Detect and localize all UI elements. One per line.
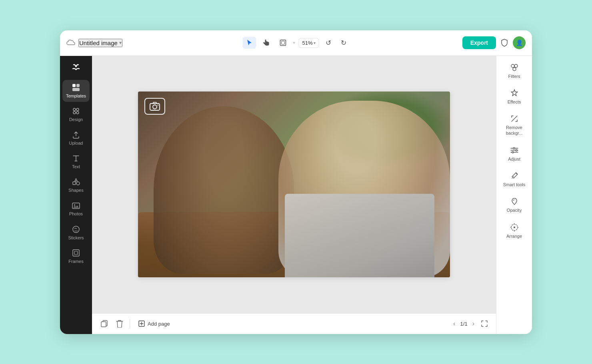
svg-point-8 [76, 111, 79, 114]
canvas-image [138, 91, 450, 277]
page-indicator: 1/1 [460, 321, 468, 327]
frame-tool-button[interactable] [276, 37, 290, 49]
sidebar-item-label-frames: Frames [68, 259, 83, 264]
sidebar-item-design[interactable]: Design [62, 103, 90, 125]
sidebar-item-label-stickers: Stickers [68, 235, 84, 241]
duplicate-page-button[interactable] [98, 318, 110, 329]
svg-rect-19 [101, 322, 106, 327]
sidebar-item-label-photos: Photos [69, 211, 83, 217]
svg-rect-1 [281, 41, 284, 44]
svg-point-28 [514, 227, 515, 228]
sidebar-item-text[interactable]: Text [62, 151, 90, 173]
frames-icon [72, 249, 80, 257]
zoom-level-text: 51% [302, 40, 312, 46]
sidebar-item-label-upload: Upload [69, 141, 83, 146]
bottom-bar-divider [130, 319, 130, 328]
canvas-bottom-bar: Add page ‹ 1/1 › [92, 313, 496, 334]
svg-point-24 [513, 147, 515, 149]
photos-icon [72, 201, 80, 210]
right-tool-arrange[interactable]: Arrange [499, 219, 530, 243]
svg-point-17 [153, 105, 157, 109]
project-title-button[interactable]: Untitled image ▾ [78, 39, 122, 47]
sidebar-item-photos[interactable]: Photos [62, 198, 90, 220]
right-tool-effects[interactable]: Effects [499, 85, 530, 109]
sidebar-item-label-templates: Templates [66, 93, 86, 99]
undo-icon: ↺ [326, 39, 331, 47]
cloud-save-icon [66, 39, 75, 46]
toolbar-divider: ▾ [293, 40, 295, 46]
svg-rect-3 [76, 84, 80, 87]
delete-page-button[interactable] [114, 318, 125, 329]
right-tool-smart-tools[interactable]: Smart tools [499, 167, 530, 191]
sidebar-item-label-text: Text [72, 164, 80, 169]
app-logo-icon [70, 62, 82, 73]
svg-rect-2 [72, 84, 76, 87]
svg-point-12 [74, 205, 75, 206]
opacity-icon [510, 197, 519, 206]
right-panel: Filters Effects Remove backgr... [496, 56, 532, 334]
shield-icon[interactable] [500, 38, 509, 47]
avatar-icon: 👤 [516, 40, 523, 46]
svg-rect-15 [74, 251, 78, 255]
main-content: Templates Design [60, 56, 532, 334]
undo-button[interactable]: ↺ [322, 36, 334, 50]
sidebar-item-upload[interactable]: Upload [62, 127, 90, 149]
sidebar-item-shapes[interactable]: Shapes [62, 174, 90, 196]
right-tool-adjust[interactable]: Adjust [499, 142, 530, 166]
fullscreen-button[interactable] [479, 318, 490, 329]
sidebar-item-stickers[interactable]: Stickers [62, 222, 90, 244]
right-tool-remove-bg[interactable]: Remove backgr... [499, 110, 530, 140]
hand-tool-button[interactable] [259, 37, 273, 49]
svg-point-5 [73, 108, 76, 111]
templates-icon [72, 83, 80, 92]
sidebar-item-frames[interactable]: Frames [62, 245, 90, 267]
design-icon [72, 107, 80, 115]
sidebar-item-templates[interactable]: Templates [62, 80, 90, 102]
select-tool-button[interactable] [242, 37, 256, 49]
prev-page-button[interactable]: ‹ [452, 319, 457, 328]
effects-icon [510, 89, 519, 97]
adjust-label: Adjust [508, 156, 520, 162]
filters-label: Filters [508, 74, 520, 79]
adjust-icon [510, 146, 519, 155]
logo-area [68, 59, 84, 75]
canvas-frame [138, 91, 450, 277]
top-bar: Untitled image ▾ ▾ [60, 30, 532, 56]
redo-button[interactable]: ↻ [338, 36, 350, 50]
svg-rect-0 [280, 40, 286, 46]
shapes-icon [72, 177, 80, 186]
svg-point-6 [76, 108, 79, 111]
left-sidebar: Templates Design [60, 56, 92, 334]
project-title-text: Untitled image [79, 40, 118, 46]
svg-point-18 [158, 105, 158, 105]
next-page-button[interactable]: › [471, 319, 476, 328]
svg-point-23 [513, 68, 516, 71]
svg-rect-4 [72, 88, 80, 91]
sidebar-item-label-shapes: Shapes [68, 188, 83, 193]
svg-rect-16 [150, 103, 160, 110]
zoom-control[interactable]: 51% ▾ [298, 38, 319, 48]
svg-point-13 [73, 226, 79, 233]
camera-overlay[interactable] [144, 98, 165, 115]
canvas-area: Add page ‹ 1/1 › [92, 56, 496, 334]
user-avatar[interactable]: 👤 [513, 36, 526, 49]
right-tool-filters[interactable]: Filters [499, 59, 530, 83]
filters-icon [510, 63, 519, 72]
add-page-button[interactable]: Add page [135, 318, 173, 329]
svg-rect-14 [73, 250, 79, 256]
remove-bg-label: Remove backgr... [501, 125, 528, 136]
top-bar-center: ▾ 51% ▾ ↺ ↻ [242, 36, 349, 50]
svg-point-22 [514, 64, 518, 68]
export-button[interactable]: Export [462, 36, 496, 49]
sidebar-item-label-design: Design [69, 117, 83, 122]
redo-icon: ↻ [341, 39, 346, 47]
text-icon [72, 154, 80, 163]
top-bar-right: Export 👤 [462, 36, 526, 49]
right-tool-opacity[interactable]: Opacity [499, 193, 530, 217]
remove-bg-icon [510, 114, 519, 123]
title-chevron-icon: ▾ [119, 40, 122, 46]
svg-point-25 [516, 149, 517, 151]
canvas-workspace[interactable] [92, 56, 496, 313]
app-window: Untitled image ▾ ▾ [60, 30, 532, 334]
svg-point-7 [73, 111, 76, 114]
